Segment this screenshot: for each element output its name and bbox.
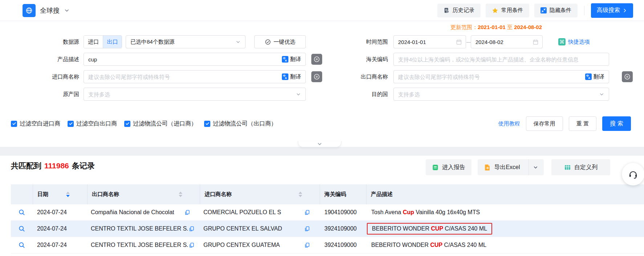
chevron-right-icon — [622, 8, 627, 13]
checkbox-checked-icon[interactable] — [11, 121, 17, 127]
filter-logistics-importer[interactable]: 过滤物流公司（进口商） — [124, 120, 197, 128]
importer-field: 中A 翻译 — [84, 70, 306, 83]
row-search-icon[interactable] — [11, 204, 33, 220]
advanced-search-label: 高级搜索 — [597, 7, 620, 14]
destination-country-input[interactable] — [394, 88, 599, 100]
exporter-label: 出口商名称 — [309, 70, 388, 83]
customize-columns-button[interactable]: 自定义列 — [551, 159, 610, 175]
enter-report-label: 进入报告 — [442, 164, 465, 171]
copy-icon[interactable] — [189, 242, 195, 248]
translate-label: 翻译 — [290, 73, 301, 80]
destination-country-select[interactable] — [393, 88, 609, 101]
row-search-icon[interactable] — [11, 221, 33, 237]
origin-country-select[interactable] — [84, 88, 306, 101]
search-button[interactable]: 搜 索 — [602, 116, 631, 131]
exporter-input[interactable] — [394, 71, 585, 83]
row-search-icon[interactable] — [11, 237, 33, 253]
origin-country-input[interactable] — [84, 88, 296, 100]
search-form-panel: 更新范围：2021-01-01 至 2024-08-02 数据源 进口 出口 已… — [0, 21, 644, 147]
update-range-to-word: 至 — [507, 24, 513, 30]
header-product-desc: 产品描述 — [366, 184, 644, 204]
update-range-from: 2021-01-01 — [478, 24, 506, 30]
end-date-input[interactable] — [471, 36, 532, 48]
history-label: 历史记录 — [453, 7, 474, 14]
columns-grid-icon — [564, 164, 571, 171]
chevron-down-icon[interactable] — [64, 8, 70, 13]
copy-icon[interactable] — [189, 226, 195, 232]
hs-code-input[interactable] — [394, 53, 609, 65]
summary-suffix: 条记录 — [72, 161, 95, 170]
matched-keyword: CUP — [430, 242, 442, 248]
filter-blank-exporter[interactable]: 过滤空白出口商 — [68, 120, 117, 128]
reset-button[interactable]: 重 置 — [569, 116, 596, 131]
cell-hs-code: 3924109000 — [320, 221, 366, 237]
history-button[interactable]: 历史记录 — [437, 4, 481, 17]
importer-input[interactable] — [84, 71, 282, 83]
translate-button[interactable]: 中A 翻译 — [282, 73, 305, 80]
export-tab[interactable]: 出口 — [103, 36, 122, 48]
quick-options[interactable]: ⌘ 快捷选项 — [558, 35, 590, 48]
start-date-input[interactable] — [394, 36, 456, 48]
results-table: 日期 出口商名称 进口商名称 海关编码 产品描述 2024-07- — [11, 184, 644, 253]
sort-toggle[interactable] — [66, 192, 70, 197]
customer-service-button[interactable] — [622, 163, 644, 185]
form-row-4: 原产国 目的国 — [0, 88, 644, 101]
translate-button[interactable]: 中A 翻译 — [585, 73, 609, 80]
excel-file-icon — [484, 164, 491, 171]
table-header-row: 日期 出口商名称 进口商名称 海关编码 产品描述 — [11, 184, 644, 204]
header-hs-code: 海关编码 — [320, 184, 366, 204]
origin-country-label: 原产国 — [0, 88, 79, 101]
results-panel: 共匹配到111986条记录 进入报告 导出Excel 自定义列 日期 — [0, 156, 644, 256]
checkbox-checked-icon[interactable] — [68, 121, 74, 127]
header-importer: 进口商名称 — [200, 184, 320, 204]
favorites-button[interactable]: 常用条件 — [486, 4, 529, 17]
checkbox-checked-icon[interactable] — [204, 121, 210, 127]
sort-toggle[interactable] — [179, 192, 182, 197]
copy-icon[interactable] — [304, 209, 310, 216]
hide-conditions-label: 隐藏条件 — [550, 7, 571, 14]
update-range-label: 更新范围： — [450, 24, 478, 30]
enter-report-button[interactable]: 进入报告 — [426, 159, 471, 175]
export-dropdown-button[interactable] — [528, 159, 543, 175]
importer-label: 进口商名称 — [0, 70, 79, 83]
favorites-label: 常用条件 — [501, 7, 523, 14]
headset-icon — [628, 169, 638, 179]
advanced-search-button[interactable]: 高级搜索 — [591, 3, 633, 18]
filter-blank-importer[interactable]: 过滤空白进口商 — [11, 120, 60, 128]
command-icon: ⌘ — [558, 38, 566, 45]
start-date-field[interactable] — [393, 35, 466, 48]
app-brand[interactable]: 全球搜 — [23, 4, 70, 17]
cell-importer: GRUPO CENTEX EL SALVAD — [200, 221, 320, 237]
sort-toggle[interactable] — [299, 192, 302, 197]
cell-product-desc: BEBERITO WONDER CUP C/ASAS 240 ML — [366, 237, 644, 253]
svg-text:A: A — [588, 76, 590, 80]
cell-product-desc: BEBERITO WONDER CUP C/ASAS 240 ML — [366, 221, 644, 237]
match-mode-icon[interactable] — [622, 71, 633, 82]
copy-icon[interactable] — [184, 209, 190, 216]
end-date-field[interactable] — [471, 35, 543, 48]
checkbox-checked-icon[interactable] — [124, 121, 130, 127]
import-tab[interactable]: 进口 — [84, 36, 103, 48]
copy-icon[interactable] — [304, 226, 310, 232]
save-common-button[interactable]: 保存常用 — [526, 116, 563, 131]
filter-label: 过滤空白进口商 — [20, 120, 60, 128]
app-title: 全球搜 — [40, 6, 60, 15]
copy-icon[interactable] — [304, 242, 310, 248]
one-click-optimize-button[interactable]: 一键优选 — [254, 35, 306, 48]
product-desc-input[interactable] — [84, 53, 282, 65]
cell-exporter: Compañia Nacional de Chocolat — [87, 204, 200, 220]
translate-label: 翻译 — [290, 56, 301, 63]
tutorial-link[interactable]: 使用教程 — [498, 120, 520, 127]
translate-button[interactable]: 中A 翻译 — [282, 56, 305, 63]
hide-conditions-button[interactable]: 隐藏条件 — [534, 4, 578, 17]
filter-logistics-exporter[interactable]: 过滤物流公司（出口商） — [204, 120, 277, 128]
customize-columns-label: 自定义列 — [574, 164, 598, 171]
cell-date: 2024-07-24 — [33, 237, 87, 253]
export-excel-main[interactable]: 导出Excel — [479, 159, 525, 175]
matched-keyword: CUP — [431, 225, 443, 232]
header-date: 日期 — [33, 184, 87, 204]
cell-importer: GRUPO CENTEX GUATEMA — [200, 237, 320, 253]
collapse-panel-handle[interactable] — [298, 141, 341, 147]
data-source-select[interactable]: 已选中84个数据源 — [126, 35, 246, 48]
red-annotation-box: BEBERITO WONDER CUP C/ASAS 240 ML — [367, 223, 492, 235]
